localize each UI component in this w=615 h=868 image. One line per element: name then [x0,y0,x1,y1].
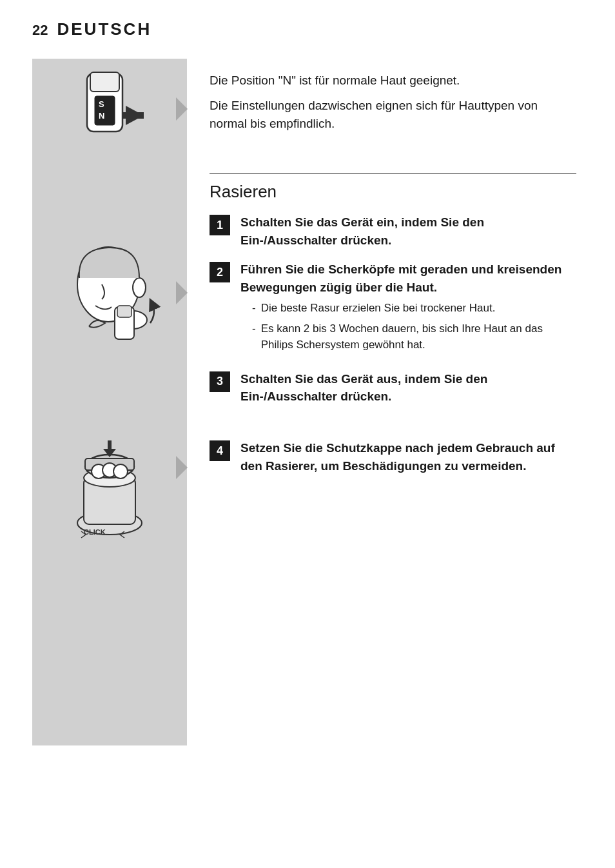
protective-cap-illustration: CLICK [50,439,170,552]
svg-marker-25 [176,456,188,479]
bottom-left-column: CLICK [32,433,187,552]
bottom-remainder-left [32,552,187,745]
click-label: CLICK [84,528,106,536]
intro-text-container: Die Position "N" ist für normale Haut ge… [187,59,583,162]
step-number-2: 2 [210,262,230,282]
intro-text-1: Die Position "N" ist für normale Haut ge… [210,72,576,90]
bullet-2-2: - Es kann 2 bis 3 Wochen dauern, bis sic… [252,321,576,353]
bottom-remainder-right [187,552,583,745]
bottom-right-column: 4 Setzen Sie die Schutzkappe nach jedem … [187,433,583,552]
svg-marker-14 [176,281,188,304]
bottom-remainder [32,552,583,745]
shaving-image-container [32,226,187,362]
step-number-4: 4 [210,440,230,461]
section-divider [210,173,576,174]
step-text-4: Setzen Sie die Schutzkappe nach jedem Ge… [240,439,576,475]
position-image-container: S N [32,59,187,162]
top-section: S N Die Position "N" ist für normale Hau… [32,59,583,162]
shaving-illustration [50,230,170,359]
step-number-1: 1 [210,215,230,235]
svg-rect-13 [117,306,132,317]
position-illustration: S N [48,61,171,161]
section-title: Rasieren [210,182,576,202]
svg-marker-7 [176,97,188,121]
page-number: 22 [32,22,48,39]
step-3: 3 Schalten Sie das Gerät aus, indem Sie … [210,370,576,406]
step-2-bullets: - Die beste Rasur erzielen Sie bei trock… [252,300,576,353]
step-1: 1 Schalten Sie das Gerät ein, indem Sie … [210,213,576,249]
svg-text:N: N [99,111,104,121]
step-4: 4 Setzen Sie die Schutzkappe nach jedem … [210,439,576,475]
step-text-1: Schalten Sie das Gerät ein, indem Sie de… [240,213,576,249]
svg-point-9 [133,278,146,297]
svg-rect-1 [90,72,119,92]
step-2-content: Führen Sie die Scherköpfe mit geraden un… [240,261,576,359]
svg-rect-6 [122,112,144,119]
page-title: DEUTSCH [57,19,151,39]
bottom-section: CLICK 4 Setzen Sie die Schutzkappe nach … [32,433,583,552]
step-text-2: Führen Sie die Scherköpfe mit geraden un… [240,261,576,296]
section-arrow-top [176,97,188,123]
mid-left-column [32,162,187,433]
step-text-3: Schalten Sie das Gerät aus, indem Sie de… [240,370,576,406]
svg-rect-24 [108,440,112,449]
bullet-2-1: - Die beste Rasur erzielen Sie bei trock… [252,300,576,317]
svg-text:S: S [99,99,104,109]
mid-right-column: Rasieren 1 Schalten Sie das Gerät ein, i… [187,162,583,433]
arrow-mid [176,281,188,307]
intro-text-2: Die Einstellungen dazwischen eignen sich… [210,97,576,133]
page: 22 DEUTSCH S N [0,0,615,868]
svg-point-22 [113,464,128,478]
svg-rect-2 [95,96,115,125]
step-2: 2 Führen Sie die Scherköpfe mit geraden … [210,261,576,359]
page-header: 22 DEUTSCH [32,19,583,39]
step-number-3: 3 [210,371,230,392]
mid-section: Rasieren 1 Schalten Sie das Gerät ein, i… [32,162,583,433]
arrow-bottom [176,456,188,482]
